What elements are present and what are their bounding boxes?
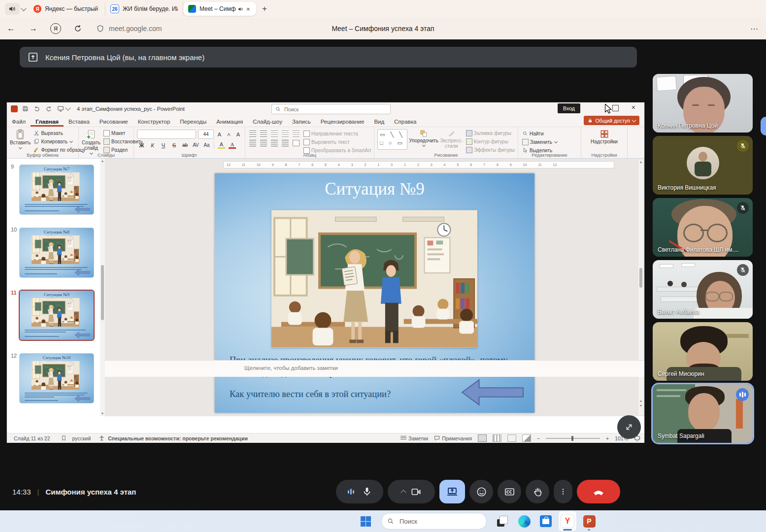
tab-record[interactable]: Запись	[287, 117, 316, 127]
ppt-search-box[interactable]: Поиск	[271, 104, 391, 114]
redo-icon[interactable]	[44, 105, 53, 113]
slideshow-view-icon[interactable]	[522, 434, 531, 442]
taskbar-search[interactable]: Поиск	[381, 513, 487, 530]
captions-button[interactable]	[498, 480, 521, 503]
justify-icon[interactable]	[282, 140, 289, 146]
next-slide-icon[interactable]: ▼	[638, 403, 643, 408]
restore-window-icon[interactable]	[612, 105, 619, 111]
tab-help[interactable]: Справка	[389, 117, 421, 127]
font-name-select[interactable]	[137, 130, 196, 139]
participant-tile[interactable]: Сергей Мисюрин	[653, 322, 753, 381]
tab-home[interactable]: Главная	[31, 117, 64, 127]
participant-tile[interactable]: Ксения Петровна Цой	[653, 74, 753, 133]
thumbnail-slide-10[interactable]: Ситуация №8	[20, 228, 94, 277]
change-case-button[interactable]: Aa	[203, 142, 210, 148]
indent-increase-icon[interactable]	[282, 131, 289, 137]
tab-meet-active[interactable]: Meet – Симфония ус ×	[183, 2, 256, 16]
copy-button[interactable]: Копировать	[33, 137, 85, 145]
task-view-button[interactable]	[494, 511, 511, 531]
chevron-down-icon[interactable]	[21, 5, 26, 11]
share-button[interactable]: Общий доступ	[584, 116, 639, 125]
tab-insert[interactable]: Вставка	[64, 117, 95, 127]
scroll-down-icon[interactable]: ▼	[100, 411, 105, 416]
yandex-browser-button-active[interactable]: Y	[559, 511, 576, 531]
highlight-button[interactable]: A	[218, 141, 225, 149]
camera-control[interactable]	[388, 480, 435, 503]
accessibility-status[interactable]: Специальные возможности: проверьте реком…	[108, 435, 248, 441]
find-button[interactable]: Найти	[522, 130, 577, 137]
tab-review[interactable]: Рецензирование	[316, 117, 369, 127]
cut-button[interactable]: Вырезать	[33, 129, 85, 137]
numbering-icon[interactable]	[260, 131, 267, 137]
shape-fill-button[interactable]: Заливка фигуры	[466, 129, 515, 137]
close-window-icon[interactable]: ×	[632, 103, 635, 111]
notes-toggle-button[interactable]: Заметки	[400, 435, 428, 441]
italic-button[interactable]: К	[149, 142, 156, 148]
comments-toggle-button[interactable]: Примечания	[434, 435, 472, 441]
start-slideshow-icon[interactable]	[56, 105, 65, 113]
side-panel-handle[interactable]	[761, 117, 766, 135]
align-center-icon[interactable]	[260, 140, 267, 146]
participant-tile-speaking[interactable]: Symbat Sapargali	[653, 384, 753, 443]
strike-ab-button[interactable]: ab	[181, 142, 189, 148]
zoom-out-icon[interactable]: −	[537, 435, 540, 441]
slide-editing-surface[interactable]: Ситуация №9 При анализе произведения уче…	[215, 173, 534, 413]
grow-font-button[interactable]: A	[216, 132, 223, 137]
new-slide-button[interactable]: Создать слайд	[82, 129, 100, 154]
save-icon[interactable]	[21, 105, 30, 113]
underline-button[interactable]: Ч	[160, 142, 167, 148]
align-right-icon[interactable]	[271, 140, 278, 146]
qat-customize-icon[interactable]	[65, 105, 70, 110]
undo-icon[interactable]	[33, 105, 41, 113]
bullets-icon[interactable]	[249, 131, 256, 137]
thumbnail-slide-11-selected[interactable]: Ситуация №9	[20, 291, 94, 340]
indent-decrease-icon[interactable]	[271, 131, 278, 137]
previous-slide-icon[interactable]: ▲	[638, 399, 643, 403]
scrollbar-thumb[interactable]	[101, 265, 104, 320]
zoom-in-icon[interactable]: +	[606, 435, 609, 441]
chevron-up-icon[interactable]	[400, 490, 406, 495]
new-tab-button[interactable]: +	[262, 4, 267, 14]
tab-design[interactable]: Конструктор	[133, 117, 175, 127]
powerpoint-taskbar-button[interactable]: P	[580, 511, 598, 531]
edge-button[interactable]	[515, 511, 533, 531]
thumbnail-scrollbar[interactable]: ▲ ▼	[100, 159, 105, 416]
tab-slideshow[interactable]: Слайд-шоу	[248, 117, 287, 127]
char-spacing-button[interactable]: AV	[192, 142, 200, 148]
clear-format-button[interactable]: A	[234, 132, 242, 137]
browser-mute-button[interactable]	[5, 3, 20, 15]
slide-question-text[interactable]: Как учителю вести себя в этой ситуации?	[230, 389, 391, 399]
arrange-button[interactable]: Упорядочить	[410, 129, 437, 154]
scroll-up-icon[interactable]: ▲	[638, 160, 643, 165]
language-status[interactable]: русский	[72, 435, 91, 441]
shapes-gallery[interactable]: ▭ ╲ ╲ □ ○ ▭ △ ⌐ ¬ ⇦ ⇩ ☆	[377, 129, 407, 150]
bold-button[interactable]: Ж	[138, 142, 145, 148]
normal-view-icon[interactable]	[478, 434, 487, 442]
thumbnail-slide-12[interactable]: Ситуация №10	[20, 354, 94, 403]
reactions-button[interactable]	[469, 480, 493, 503]
reading-view-icon[interactable]	[507, 434, 516, 442]
tab-yandex[interactable]: Я Яндекс — быстрый поиск	[29, 2, 105, 16]
zoom-slider[interactable]	[546, 438, 600, 439]
text-direction-button[interactable]: Направление текста	[303, 130, 371, 137]
tab-close-icon[interactable]: ×	[246, 5, 250, 13]
participant-tile[interactable]: Светлана Филатова ШЛ им....	[653, 198, 753, 257]
tab-view[interactable]: Вид	[369, 117, 389, 127]
tab-file[interactable]: Файл	[7, 117, 31, 127]
present-screen-button-active[interactable]	[439, 480, 465, 503]
raise-hand-button[interactable]	[526, 480, 549, 503]
thumbnail-slide-9[interactable]: Ситуация №7	[20, 165, 94, 214]
tab-draw[interactable]: Рисование	[95, 117, 133, 127]
signin-button[interactable]: Вход	[558, 103, 580, 113]
notes-pane[interactable]: Щелкните, чтобы добавить заметки	[105, 360, 644, 377]
slide-sorter-view-icon[interactable]	[493, 434, 501, 442]
scroll-up-icon[interactable]: ▲	[100, 159, 105, 164]
slide-title[interactable]: Ситуация №9	[215, 179, 534, 199]
tab-audio-icon[interactable]	[237, 6, 244, 12]
slide-classroom-image[interactable]	[271, 210, 477, 348]
strikethrough-button[interactable]: S	[170, 142, 178, 148]
line-spacing-icon[interactable]	[293, 131, 300, 137]
align-text-button[interactable]: Выровнять текст	[303, 138, 371, 146]
mic-control[interactable]	[336, 480, 383, 503]
font-color-button[interactable]: A	[229, 141, 236, 149]
